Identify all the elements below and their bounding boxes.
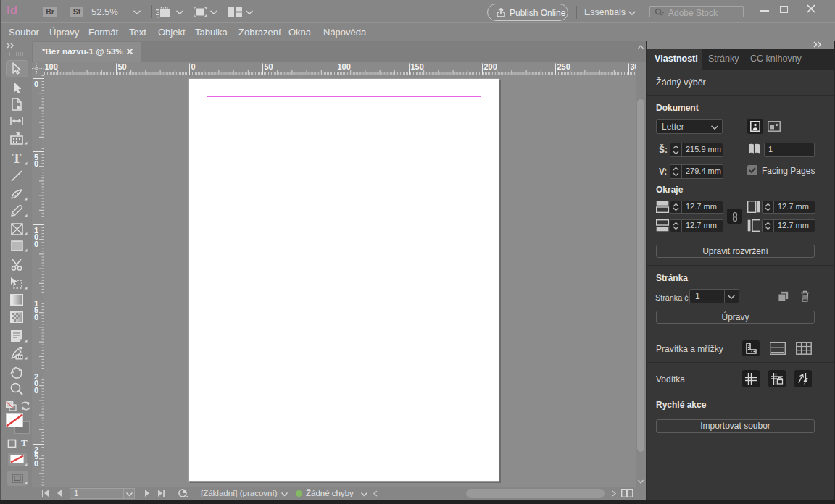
svg-text:50: 50: [118, 62, 127, 71]
svg-text:0: 0: [34, 159, 38, 168]
svg-text:200: 200: [484, 62, 497, 71]
svg-text:250: 250: [557, 62, 570, 71]
svg-text:0: 0: [34, 386, 38, 395]
svg-text:0: 0: [34, 459, 38, 468]
svg-text:100: 100: [45, 62, 58, 71]
svg-text:100: 100: [338, 62, 351, 71]
svg-text:300: 300: [631, 62, 637, 71]
svg-text:T: T: [12, 152, 22, 165]
svg-text:0: 0: [34, 313, 38, 322]
svg-text:0: 0: [34, 80, 38, 88]
svg-text:50: 50: [265, 62, 273, 71]
svg-text:150: 150: [411, 62, 424, 71]
svg-text:0: 0: [34, 240, 38, 248]
svg-text:0: 0: [191, 62, 196, 71]
